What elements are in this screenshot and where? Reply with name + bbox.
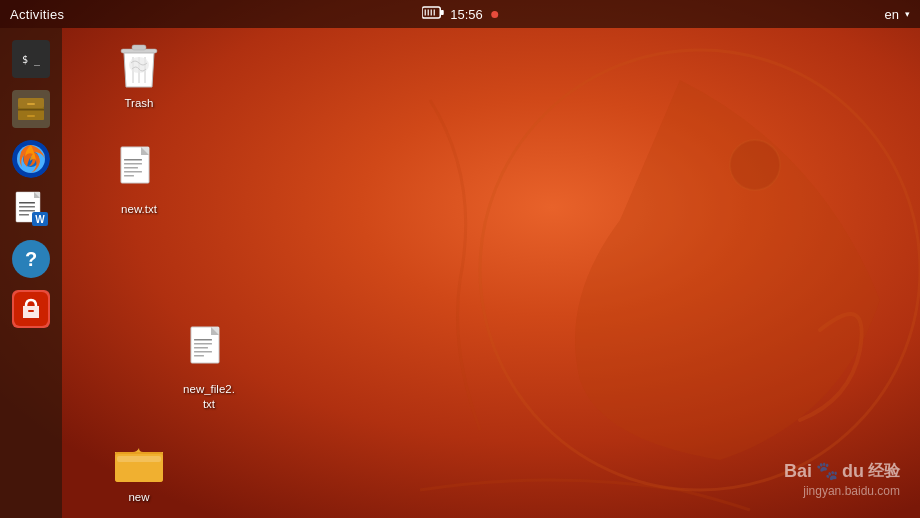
writer-icon: W xyxy=(12,190,50,228)
new-file2-desktop-icon[interactable]: new_file2. txt xyxy=(169,318,249,416)
svg-rect-28 xyxy=(28,310,34,312)
dock-item-writer[interactable]: W xyxy=(8,186,54,232)
new-txt-icon-image xyxy=(115,142,163,198)
svg-rect-50 xyxy=(194,355,204,357)
topbar: Activities 15:56 en ▾ xyxy=(0,0,920,28)
trash-label: Trash xyxy=(125,96,154,111)
svg-rect-23 xyxy=(19,210,35,212)
svg-rect-14 xyxy=(18,109,44,111)
svg-rect-12 xyxy=(27,103,35,105)
topbar-left: Activities xyxy=(10,7,64,22)
svg-rect-38 xyxy=(124,159,142,161)
notification-dot xyxy=(491,11,498,18)
svg-rect-24 xyxy=(19,214,29,216)
new-txt-desktop-icon[interactable]: new.txt xyxy=(99,138,179,221)
topbar-right: en ▾ xyxy=(885,7,910,22)
dock: W ? xyxy=(0,28,62,518)
svg-rect-21 xyxy=(19,202,35,204)
new-txt-label: new.txt xyxy=(121,202,157,217)
dock-item-software[interactable] xyxy=(8,286,54,332)
new-folder-desktop-icon[interactable]: new xyxy=(99,436,179,509)
dock-item-files[interactable] xyxy=(8,86,54,132)
new-file2-label: new_file2. txt xyxy=(183,382,235,412)
svg-rect-22 xyxy=(19,206,35,208)
files-icon xyxy=(12,90,50,128)
firefox-icon xyxy=(12,140,50,178)
software-icon xyxy=(12,290,50,328)
trash-icon-image xyxy=(113,40,165,92)
svg-rect-42 xyxy=(124,175,134,177)
dock-item-firefox[interactable] xyxy=(8,136,54,182)
new-folder-label: new xyxy=(128,490,149,505)
svg-rect-53 xyxy=(117,456,161,462)
help-icon: ? xyxy=(12,240,50,278)
desktop-icons-area: Trash new.txt xyxy=(62,28,920,518)
activities-label[interactable]: Activities xyxy=(10,7,64,22)
new-folder-icon-image xyxy=(113,440,165,486)
terminal-icon xyxy=(12,40,50,78)
dock-item-terminal[interactable] xyxy=(8,36,54,82)
svg-point-34 xyxy=(129,57,149,73)
svg-rect-4 xyxy=(441,10,444,15)
svg-text:W: W xyxy=(35,214,45,225)
language-dropdown-arrow[interactable]: ▾ xyxy=(905,9,910,19)
trash-icon-desktop[interactable]: Trash xyxy=(99,36,179,115)
svg-rect-30 xyxy=(132,45,146,50)
svg-rect-13 xyxy=(27,115,35,117)
svg-rect-46 xyxy=(194,339,212,341)
language-label[interactable]: en xyxy=(885,7,899,22)
svg-rect-47 xyxy=(194,343,212,345)
svg-rect-40 xyxy=(124,167,138,169)
topbar-center: 15:56 xyxy=(422,6,498,22)
svg-rect-48 xyxy=(194,347,208,349)
svg-rect-39 xyxy=(124,163,142,165)
svg-rect-49 xyxy=(194,351,212,353)
battery-icon xyxy=(422,6,444,22)
svg-rect-41 xyxy=(124,171,142,173)
desktop: Activities 15:56 en ▾ xyxy=(0,0,920,518)
new-file2-icon-image xyxy=(185,322,233,378)
clock[interactable]: 15:56 xyxy=(450,7,483,22)
dock-item-help[interactable]: ? xyxy=(8,236,54,282)
